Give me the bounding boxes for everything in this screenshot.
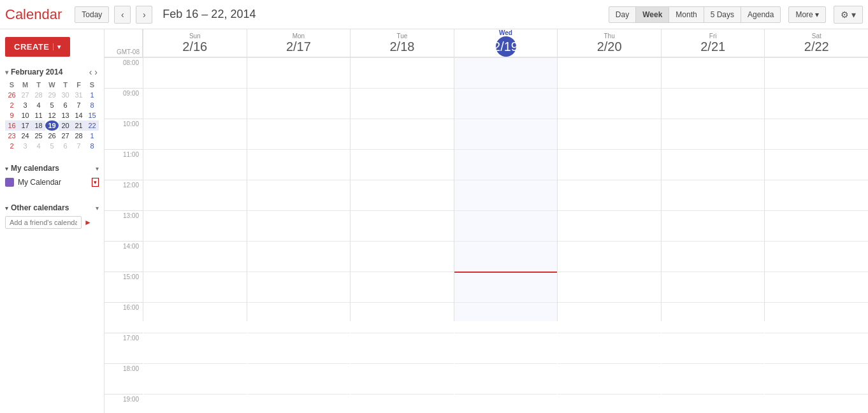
grid-cell[interactable] [351,180,454,210]
day-col-sun[interactable]: Sun 2/16 [143,29,247,57]
grid-cell[interactable] [558,302,661,333]
grid-cell[interactable] [351,333,454,363]
mini-cal-day[interactable]: 31 [72,90,85,100]
grid-cell[interactable] [454,363,558,394]
more-button[interactable]: More ▾ [788,6,826,23]
grid-cell[interactable] [454,57,558,88]
grid-cell[interactable] [247,180,351,210]
grid-cell[interactable] [558,394,661,413]
mini-cal-day[interactable]: 10 [18,110,32,120]
mini-cal-day[interactable]: 4 [32,100,45,110]
day-col-sat[interactable]: Sat 2/22 [764,29,868,57]
grid-cell[interactable] [662,302,765,333]
grid-cell[interactable] [765,119,868,149]
mini-prev-button[interactable]: ‹ [88,67,94,77]
mini-cal-day[interactable]: 29 [45,90,59,100]
my-calendars-header[interactable]: ▾ My calendars ▾ [5,164,99,173]
mini-cal-day[interactable]: 25 [32,131,45,141]
mini-cal-day[interactable]: 8 [85,141,99,151]
grid-cell[interactable] [143,333,247,363]
mini-cal-day[interactable]: 15 [85,110,99,120]
grid-cell[interactable] [662,180,765,210]
grid-cell[interactable] [765,88,868,119]
grid-cell[interactable] [662,394,765,413]
grid-cell[interactable] [351,394,454,413]
other-calendars-dropdown[interactable]: ▾ [96,205,99,212]
mini-cal-day[interactable]: 22 [85,120,99,131]
grid-cell[interactable] [454,241,558,272]
today-button[interactable]: Today [75,6,109,23]
grid-cell[interactable] [662,272,765,302]
mini-cal-day[interactable]: 1 [85,131,99,141]
mini-cal-day[interactable]: 2 [5,100,18,110]
mini-cal-day[interactable]: 5 [45,141,59,151]
mini-cal-day[interactable]: 28 [72,131,85,141]
grid-cell[interactable] [351,149,454,180]
grid-cell[interactable] [662,57,765,88]
grid-cell[interactable] [558,241,661,272]
grid-cell[interactable] [558,210,661,241]
grid-cell[interactable] [662,363,765,394]
grid-cell[interactable] [143,302,247,333]
grid-cell[interactable] [247,394,351,413]
grid-cell[interactable] [558,57,661,88]
view-week[interactable]: Week [635,6,669,23]
grid-cell[interactable] [247,210,351,241]
grid-cell[interactable] [558,119,661,149]
grid-cell[interactable] [454,302,558,333]
day-col-wed[interactable]: Wed 2/19 [454,29,558,57]
mini-cal-day[interactable]: 14 [72,110,85,120]
grid-col-mon[interactable] [247,57,351,321]
mini-cal-day[interactable]: 1 [85,90,99,100]
grid-cell[interactable] [143,241,247,272]
grid-cell[interactable] [765,363,868,394]
mini-cal-day[interactable]: 26 [5,90,18,100]
grid-col-sun[interactable] [143,57,247,321]
grid-cell[interactable] [247,57,351,88]
mini-cal-day[interactable]: 21 [72,120,85,131]
my-calendar-dropdown-btn[interactable]: ▾ [92,178,99,187]
grid-cell[interactable] [143,394,247,413]
grid-cell[interactable] [351,272,454,302]
mini-cal-day[interactable]: 30 [59,90,72,100]
prev-button[interactable]: ‹ [114,6,131,24]
grid-cell[interactable] [765,149,868,180]
grid-col-thu[interactable] [557,57,661,321]
mini-cal-day[interactable]: 27 [59,131,72,141]
mini-cal-day[interactable]: 23 [5,131,18,141]
grid-cell[interactable] [454,180,558,210]
grid-cell[interactable] [143,119,247,149]
day-col-mon[interactable]: Mon 2/17 [247,29,351,57]
grid-cell[interactable] [454,88,558,119]
view-month[interactable]: Month [669,6,704,23]
grid-cell[interactable] [558,272,661,302]
grid-cell[interactable] [247,88,351,119]
grid-cell[interactable] [247,302,351,333]
mini-cal-day[interactable]: 19 [45,120,59,131]
day-col-tue[interactable]: Tue 2/18 [350,29,454,57]
grid-cell[interactable] [765,272,868,302]
mini-cal-day[interactable]: 20 [59,120,72,131]
mini-cal-day[interactable]: 7 [72,100,85,110]
grid-cell[interactable] [454,394,558,413]
mini-cal-day[interactable]: 16 [5,120,18,131]
mini-next-button[interactable]: › [93,67,99,77]
grid-cell[interactable] [765,333,868,363]
my-calendar-item[interactable]: My Calendar ▾ [5,177,99,188]
grid-cell[interactable] [143,57,247,88]
grid-cell[interactable] [662,88,765,119]
mini-cal-day[interactable]: 3 [18,100,32,110]
grid-cell[interactable] [662,210,765,241]
grid-cell[interactable] [351,210,454,241]
grid-cell[interactable] [765,394,868,413]
grid-cell[interactable] [765,241,868,272]
grid-cell[interactable] [143,149,247,180]
grid-cell[interactable] [662,241,765,272]
mini-cal-day[interactable]: 28 [32,90,45,100]
grid-cell[interactable] [247,241,351,272]
grid-cell[interactable] [454,119,558,149]
grid-cell[interactable] [454,333,558,363]
mini-cal-day[interactable]: 7 [72,141,85,151]
grid-cell[interactable] [247,149,351,180]
grid-cell[interactable] [351,88,454,119]
